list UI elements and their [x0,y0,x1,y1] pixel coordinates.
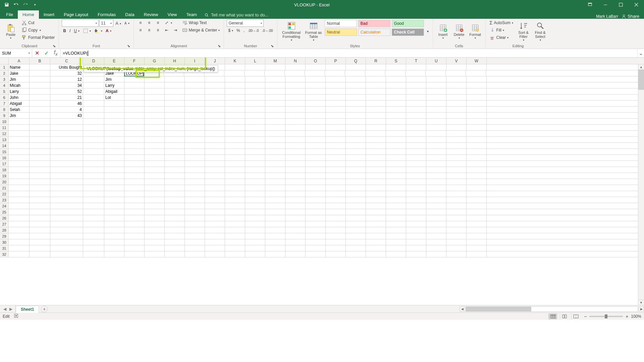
cell-P22[interactable] [326,191,346,197]
cell-L17[interactable] [245,161,265,167]
cell-N13[interactable] [285,137,306,142]
cell-J15[interactable] [205,149,225,155]
cell-D25[interactable] [83,209,104,215]
cell-R29[interactable] [366,233,386,239]
cell-O27[interactable] [306,221,326,227]
cell-D16[interactable] [83,155,104,161]
row-header-15[interactable]: 15 [0,149,9,155]
cell-D6[interactable] [83,95,104,100]
cell-R28[interactable] [366,227,386,233]
row-header-7[interactable]: 7 [0,101,9,106]
vertical-scrollbar[interactable]: ▲ ▼ [638,64,644,305]
increase-indent-button[interactable]: ⇥ [171,27,179,34]
cell-T8[interactable] [406,107,426,112]
cell-U10[interactable] [426,119,446,124]
cell-P17[interactable] [326,161,346,167]
cell-R17[interactable] [366,161,386,167]
cell-I23[interactable] [185,197,205,203]
cell-P1[interactable] [326,64,346,70]
cell-B14[interactable] [30,143,50,148]
cell-M29[interactable] [265,233,285,239]
cell-I28[interactable] [185,227,205,233]
col-header-D[interactable]: D [83,58,104,64]
cell-C26[interactable] [50,215,83,221]
enter-formula-button[interactable]: ✓ [42,50,51,56]
cell-M14[interactable] [265,143,285,148]
cell-L12[interactable] [245,131,265,136]
cell-F16[interactable] [124,155,145,161]
cell-H23[interactable] [165,197,185,203]
cell-S24[interactable] [386,203,406,209]
cell-S32[interactable] [386,251,406,257]
col-header-U[interactable]: U [426,58,446,64]
cell-D5[interactable] [83,88,104,94]
cell-U21[interactable] [426,185,446,191]
cell-D15[interactable] [83,149,104,155]
cell-M23[interactable] [265,197,285,203]
col-header-O[interactable]: O [306,58,326,64]
cell-W10[interactable] [467,119,487,124]
cell-A6[interactable]: John [9,95,30,100]
cell-P31[interactable] [326,245,346,251]
cell-S31[interactable] [386,245,406,251]
cell-K21[interactable] [225,185,245,191]
cell-B21[interactable] [30,185,50,191]
cell-P16[interactable] [326,155,346,161]
cell-O8[interactable] [306,107,326,112]
row-header-18[interactable]: 18 [0,167,9,173]
cell-E3[interactable]: Jim [104,76,124,82]
cell-D28[interactable] [83,227,104,233]
cell-K24[interactable] [225,203,245,209]
cell-A24[interactable] [9,203,30,209]
cell-M1[interactable] [265,64,285,70]
cell-C30[interactable] [50,239,83,245]
cell-C29[interactable] [50,233,83,239]
cell-L10[interactable] [245,119,265,124]
cell-K5[interactable] [225,88,245,94]
cell-E13[interactable] [104,137,124,142]
cell-A16[interactable] [9,155,30,161]
cell-B8[interactable] [30,107,50,112]
cell-J32[interactable] [205,251,225,257]
cell-C27[interactable] [50,221,83,227]
cell-T27[interactable] [406,221,426,227]
cell-U19[interactable] [426,173,446,179]
cell-R30[interactable] [366,239,386,245]
cell-K32[interactable] [225,251,245,257]
cell-J17[interactable] [205,161,225,167]
cell-A29[interactable] [9,233,30,239]
cell-F3[interactable] [124,76,145,82]
cell-U30[interactable] [426,239,446,245]
col-header-P[interactable]: P [326,58,346,64]
cell-D7[interactable] [83,101,104,106]
cell-N18[interactable] [285,167,306,173]
cell-Q16[interactable] [346,155,366,161]
cell-T15[interactable] [406,149,426,155]
cell-H11[interactable] [165,125,185,130]
cell-W12[interactable] [467,131,487,136]
cell-B4[interactable] [30,82,50,88]
row-header-9[interactable]: 9 [0,113,9,118]
cell-B29[interactable] [30,233,50,239]
cell-K26[interactable] [225,215,245,221]
cell-H15[interactable] [165,149,185,155]
cell-G8[interactable] [145,107,165,112]
cell-V31[interactable] [446,245,467,251]
cell-L16[interactable] [245,155,265,161]
cell-L15[interactable] [245,149,265,155]
cell-L20[interactable] [245,179,265,185]
cell-N7[interactable] [285,101,306,106]
cell-O6[interactable] [306,95,326,100]
delete-cells-button[interactable]: Delete▾ [452,19,467,43]
cell-P12[interactable] [326,131,346,136]
cell-T1[interactable] [406,64,426,70]
col-header-T[interactable]: T [406,58,426,64]
cell-C28[interactable] [50,227,83,233]
cell-R22[interactable] [366,191,386,197]
cell-N5[interactable] [285,88,306,94]
cell-G5[interactable] [145,88,165,94]
percent-format-button[interactable]: % [235,27,241,34]
cell-E31[interactable] [104,245,124,251]
cell-V16[interactable] [446,155,467,161]
view-page-layout-button[interactable] [560,313,569,319]
